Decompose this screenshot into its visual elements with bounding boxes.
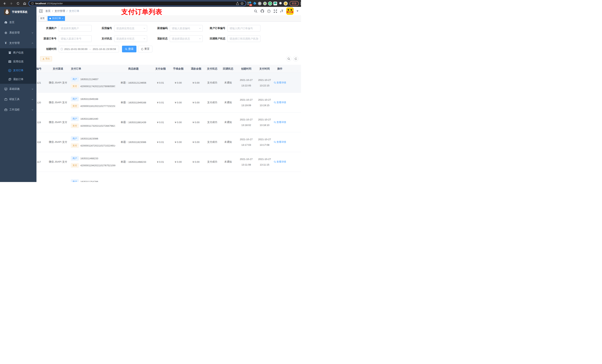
sidebar-item-home[interactable]: 首页 — [0, 17, 36, 28]
site-info-icon[interactable] — [31, 2, 34, 5]
browser-home-button[interactable] — [22, 1, 27, 6]
merchant-label: 所属商户 — [40, 27, 59, 30]
monitor-chart-icon — [4, 87, 7, 91]
extension-emoji-icon[interactable] — [284, 1, 288, 6]
bookmark-star-icon[interactable] — [240, 2, 244, 5]
url-text: localhost:1024/pay/order — [35, 2, 235, 5]
status-badge: 支付成功 — [205, 93, 219, 112]
documents-icon — [8, 78, 11, 81]
pay-tag: 支付 — [71, 143, 79, 148]
sidebar: 芋道管理系统 首页 系统管理 ¥ 支付管理 — [0, 7, 36, 182]
extension-dot-icon[interactable] — [263, 1, 267, 6]
sidebar-item-app-info[interactable]: 应用信息 — [0, 57, 36, 66]
help-icon[interactable]: ? — [267, 10, 271, 13]
fullscreen-icon[interactable] — [274, 10, 277, 13]
sidebar-item-infra[interactable]: 基础设施 — [0, 84, 36, 94]
svg-text:?: ? — [268, 10, 269, 12]
browser-update-button[interactable]: 更新 — [290, 1, 299, 6]
toggle-search-button[interactable] — [286, 56, 291, 62]
extension-puzzle-icon[interactable] — [279, 1, 282, 6]
tab-active-dot — [49, 18, 51, 19]
sidebar-item-system[interactable]: 系统管理 — [0, 28, 36, 38]
yen-circle-icon: ¥ — [8, 69, 11, 72]
chevron-down-icon — [32, 98, 33, 100]
channel-order-no-input[interactable] — [59, 35, 92, 42]
refresh-button[interactable] — [293, 56, 298, 62]
svg-text:¥: ¥ — [9, 70, 10, 72]
browser-back-button[interactable] — [2, 1, 7, 6]
sidebar-collapse-icon[interactable] — [39, 10, 43, 13]
create-time-range-picker[interactable]: 2021-10-01 00:00:00 - 2021-10-31 23:59:5… — [59, 46, 119, 52]
browser-toolbar: localhost:1024/pay/order 10 y 更新 — [0, 0, 301, 7]
browser-forward-button[interactable] — [9, 1, 14, 6]
chevron-down-icon — [32, 109, 33, 111]
breadcrumb: 首页 / 支付管理 / 支付订单 — [45, 10, 79, 13]
refund-status-select[interactable] — [170, 35, 203, 42]
search-icon[interactable] — [254, 10, 258, 13]
avatar-caret-icon[interactable] — [297, 10, 298, 12]
view-detail-link[interactable]: 查看详情 — [274, 81, 286, 84]
font-size-icon[interactable]: TT — [280, 9, 283, 13]
sidebar-logo-row[interactable]: 芋道管理系统 — [0, 7, 36, 17]
view-detail-link[interactable]: 查看详情 — [274, 121, 286, 124]
browser-reload-button[interactable] — [15, 1, 21, 6]
notify-status-label: 回调商户状态 — [207, 37, 227, 40]
app-select[interactable] — [114, 25, 147, 32]
extension-y-icon[interactable]: y — [268, 1, 272, 6]
pay-status-label: 支付状态 — [96, 37, 114, 40]
sidebar-item-merchant-info[interactable]: 商户信息 — [0, 48, 36, 57]
breadcrumb-section: 支付管理 — [55, 10, 65, 13]
tab-pay-order[interactable]: 支付订单 × — [48, 16, 65, 21]
app-logo — [4, 9, 10, 15]
search-button[interactable]: 搜索 — [122, 46, 136, 52]
table-row: 121 微信 JSAPI 支付 商户1635312124657 支付420000… — [36, 73, 301, 93]
github-icon[interactable] — [260, 9, 264, 13]
col-status: 支付状态 — [205, 67, 219, 71]
chevron-down-icon — [32, 32, 33, 34]
view-detail-link[interactable]: 查看详情 — [274, 140, 286, 144]
breadcrumb-current: 支付订单 — [69, 10, 79, 13]
date-start-value: 2021-10-01 00:00:00 — [64, 48, 87, 51]
clock-icon — [60, 48, 63, 51]
extension-blocker-icon[interactable]: 10 — [247, 1, 251, 6]
tab-close-icon[interactable]: × — [62, 17, 63, 20]
reset-button[interactable]: 重置 — [138, 46, 152, 52]
merchant-order-no-input[interactable] — [227, 25, 260, 32]
channel-order-no-label: 渠道订单号 — [40, 37, 59, 40]
view-detail-link[interactable]: 查看详情 — [274, 160, 286, 164]
extension-kite-icon[interactable] — [252, 1, 257, 6]
channel-code-select[interactable] — [170, 25, 203, 32]
toolbox-icon — [4, 98, 7, 101]
extension-chat-icon[interactable] — [273, 1, 277, 6]
export-button[interactable]: 导出 — [40, 56, 52, 62]
merchant-tag: 商户 — [71, 77, 79, 81]
pay-status-select[interactable] — [114, 35, 147, 42]
briefcase-icon — [4, 108, 7, 111]
pay-submenu: 商户信息 应用信息 ¥ 支付订单 退款订单 — [0, 48, 36, 84]
merchant-order-no-label: 商户订单编号 — [207, 27, 227, 30]
url-bar[interactable]: localhost:1024/pay/order — [29, 1, 246, 6]
breadcrumb-home[interactable]: 首页 — [45, 10, 51, 13]
merchant-tag: 商户 — [71, 179, 79, 182]
col-id: 编号 — [36, 67, 47, 71]
notify-status-select[interactable] — [227, 35, 260, 42]
sidebar-item-workflow[interactable]: 工作流程 — [0, 104, 36, 115]
yen-icon: ¥ — [4, 42, 7, 45]
grid-icon — [8, 60, 11, 63]
avatar[interactable] — [286, 7, 294, 15]
sidebar-item-dev-tools[interactable]: 研发工具 — [0, 94, 36, 104]
tab-home[interactable]: 首页 — [38, 16, 46, 21]
browser-menu-icon[interactable] — [300, 2, 301, 5]
extension-command-icon[interactable] — [258, 1, 262, 6]
table-header: 编号 支付渠道 支付订单 商品标题 支付金额 手续金额 退款金额 支付状态 回调… — [36, 65, 301, 73]
pay-tag: 支付 — [71, 84, 79, 88]
merchant-input[interactable] — [59, 25, 92, 32]
view-detail-link[interactable]: 查看详情 — [274, 101, 286, 104]
sidebar-item-pay[interactable]: ¥ 支付管理 — [0, 38, 36, 48]
chevron-down-icon — [143, 27, 146, 29]
sidebar-item-refund-order[interactable]: 退款订单 — [0, 75, 36, 84]
create-time-label: 创建时间 — [40, 47, 59, 51]
sidebar-item-pay-order[interactable]: ¥ 支付订单 — [0, 66, 36, 75]
shop-icon — [8, 51, 11, 54]
share-icon[interactable] — [236, 2, 239, 5]
